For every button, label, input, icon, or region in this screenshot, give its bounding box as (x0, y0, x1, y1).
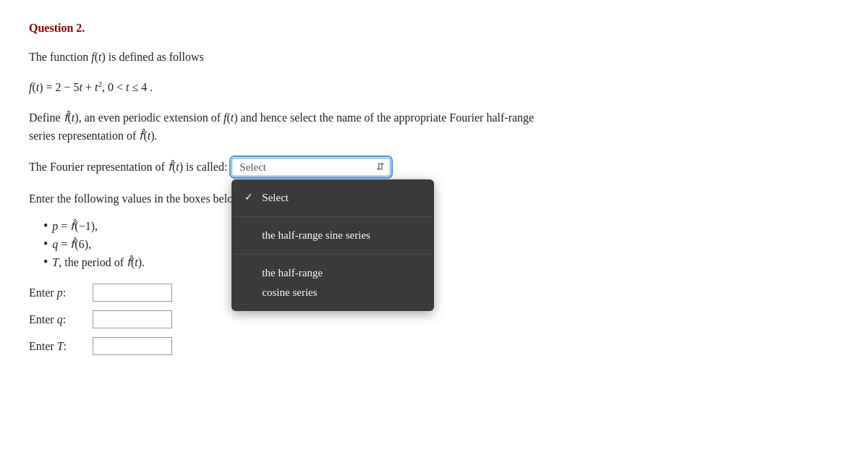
fourier-series-select[interactable]: Select the half-range sine series the ha… (231, 158, 391, 177)
bullet-item-q: • q = f̂(6), (43, 237, 839, 251)
dropdown-menu: ✓ Select the half-range sine series the … (231, 179, 434, 311)
fourier-select-row: The Fourier representation of f̂(t) is c… (29, 157, 839, 178)
input-label-T: Enter T: (29, 340, 87, 353)
dropdown-item-label-cosine: the half-rangecosine series (262, 263, 323, 302)
select-wrapper[interactable]: Select the half-range sine series the ha… (231, 157, 391, 178)
input-label-q: Enter q: (29, 313, 87, 326)
fourier-label: The Fourier representation of f̂(t) is c… (29, 157, 227, 178)
dropdown-item-label-sine: the half-range sine series (262, 226, 370, 245)
check-icon: ✓ (244, 188, 256, 206)
question-title: Question 2. (29, 22, 839, 35)
dropdown-item-select[interactable]: ✓ Select (231, 179, 434, 217)
bullet-item-p: • p = f̂(−1), (43, 219, 839, 233)
input-p[interactable] (93, 284, 172, 302)
input-q[interactable] (93, 310, 172, 328)
input-T[interactable] (93, 337, 172, 355)
formula1: f(t) = 2 − 5t + t2, 0 < t ≤ 4 . (29, 78, 839, 97)
dropdown-item-sine[interactable]: the half-range sine series (231, 217, 434, 255)
dropdown-item-cosine[interactable]: the half-rangecosine series (231, 255, 434, 311)
dropdown-item-label-select: Select (262, 188, 289, 208)
paragraph2: Define f̂(t), an even periodic extension… (29, 109, 839, 145)
bullet-item-T: • T, the period of f̂(t). (43, 255, 839, 269)
bullet-list: • p = f̂(−1), • q = f̂(6), • T, the peri… (43, 219, 839, 269)
paragraph1: The function f(t) is defined as follows (29, 48, 839, 67)
input-label-p: Enter p: (29, 286, 87, 299)
input-row-T: Enter T: (29, 337, 839, 355)
input-row-q: Enter q: (29, 310, 839, 328)
question-container: Question 2. The function f(t) is defined… (29, 22, 839, 355)
